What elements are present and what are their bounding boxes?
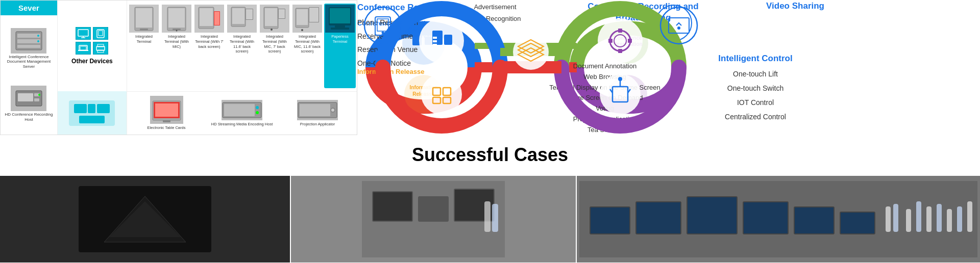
- web-browsing: Web Browsing: [546, 72, 664, 83]
- svg-rect-3: [17, 45, 40, 48]
- advertisement-text: Advertisement: [444, 1, 546, 13]
- svg-point-4: [37, 35, 39, 37]
- video-sharing-title: Video Sharing: [754, 1, 836, 11]
- successful-cases-title: Successful Cases: [412, 144, 568, 165]
- other-icons-grid: [76, 27, 108, 55]
- terminal-6-label: Integrated Terminal (With MIC, 11.6' bac…: [292, 34, 322, 54]
- svg-rect-65: [300, 104, 330, 116]
- image-block-3: [577, 176, 980, 262]
- svg-rect-106: [795, 207, 834, 233]
- svg-rect-50: [309, 8, 318, 22]
- svg-text:Information: Information: [410, 85, 438, 90]
- projection-label: Projection Applicator: [300, 122, 335, 127]
- svg-text:Reservation: Reservation: [613, 41, 642, 47]
- video-sharing-area: Video Sharing: [754, 1, 836, 11]
- svg-rect-1: [17, 34, 40, 38]
- svg-rect-116: [957, 206, 962, 232]
- svg-rect-48: [297, 9, 308, 25]
- terminal-4-img: [227, 5, 257, 33]
- voting: Voting: [546, 103, 664, 114]
- successful-cases-section: Successful Cases: [0, 135, 980, 172]
- devices-bottom-row: Electronic Table Cards HD Streaming Medi…: [127, 91, 357, 135]
- other-devices-top: Other Devices: [58, 1, 127, 91]
- doc-annotation: Document Annotation: [546, 61, 664, 72]
- large-screen: Large Screen on Demand: [546, 93, 664, 103]
- svg-point-62: [256, 106, 259, 109]
- svg-rect-110: [893, 204, 898, 232]
- server-label-2: HD Conference Recording Host: [3, 112, 55, 122]
- image-block-1: [0, 176, 291, 262]
- svg-rect-23: [74, 104, 87, 113]
- printer-icon: [93, 42, 108, 55]
- server-content: Intelligent Conference Document Manageme…: [1, 15, 57, 135]
- monitor-icon: [76, 27, 91, 40]
- svg-point-63: [256, 111, 259, 114]
- iot-control: IOT Control: [704, 95, 806, 110]
- svg-rect-109: [886, 206, 891, 232]
- server-img-2: [11, 86, 46, 111]
- table-cards-label: Electronic Table Cards: [148, 125, 186, 130]
- svg-point-67: [331, 109, 334, 112]
- server-header: Sever: [1, 1, 57, 15]
- table-cards: Electronic Table Cards: [129, 94, 204, 133]
- svg-point-33: [176, 30, 178, 31]
- image-block-2: [291, 176, 577, 262]
- page: Sever Intellig: [0, 0, 980, 263]
- svg-rect-104: [744, 202, 788, 233]
- streaming-host: HD Streaming Media Encoding Host: [205, 94, 279, 133]
- svg-rect-43: [265, 8, 277, 26]
- svg-rect-54: [335, 25, 345, 28]
- terminal-2-img: [162, 5, 191, 33]
- svg-point-51: [301, 29, 303, 31]
- svg-rect-37: [214, 12, 219, 25]
- svg-rect-31: [168, 8, 185, 28]
- svg-rect-117: [967, 201, 972, 232]
- svg-rect-35: [200, 8, 213, 26]
- conf-item-venue: Reservation Venue: [357, 43, 470, 57]
- streaming-host-img: [222, 100, 262, 120]
- svg-rect-28: [136, 8, 152, 28]
- conf-item-time: Reservation Time: [357, 30, 470, 43]
- svg-rect-115: [947, 209, 952, 232]
- svg-rect-102: [688, 197, 737, 233]
- other-devices-bg: [58, 91, 127, 135]
- conf-recording-area: Conference Recording and Broadcasting: [584, 1, 702, 23]
- svg-rect-26: [79, 116, 105, 123]
- svg-rect-59: [163, 120, 170, 122]
- terminal-3-label: Integrated Terminal (With 7' back screen…: [194, 34, 224, 49]
- tea-service: Tea Service: [546, 125, 664, 136]
- server-label-1: Intelligent Conference Document Manageme…: [3, 55, 55, 69]
- terminal-1-label: Integrated Terminal: [129, 34, 159, 44]
- svg-point-5: [37, 40, 39, 42]
- svg-rect-45: [279, 9, 285, 18]
- advertisement-area: Advertisement Face Recognition: [444, 1, 546, 25]
- svg-rect-90: [373, 192, 412, 221]
- svg-text:Conference: Conference: [614, 35, 642, 41]
- terminal-5-label: Integrated Terminal (With MIC, 7' back s…: [260, 34, 289, 54]
- intelligent-control-title: Intelligent Control: [704, 54, 806, 64]
- projection-img: [297, 100, 338, 120]
- svg-rect-9: [34, 98, 39, 101]
- svg-rect-7: [18, 93, 33, 101]
- svg-rect-55: [331, 28, 349, 30]
- svg-rect-25: [97, 104, 110, 113]
- centralized-control: Centralized Control: [704, 110, 806, 124]
- terminal-2: Integrated Terminal (With MIC): [161, 4, 192, 88]
- terminal-3-img: [194, 5, 224, 33]
- svg-rect-98: [591, 207, 629, 233]
- table-cards-img: [150, 96, 183, 124]
- conf-item-notice: One-Click Notice: [357, 57, 470, 70]
- terminal-6-img: [292, 5, 322, 33]
- projection-app: Projection Application: [546, 114, 664, 125]
- conf-recording-title: Conference Recording and Broadcasting: [584, 1, 702, 23]
- server-column: Sever Intellig: [1, 1, 58, 135]
- svg-rect-61: [224, 104, 255, 116]
- laptop-icon: [76, 42, 91, 55]
- server-img-1: [11, 28, 46, 54]
- svg-text:Releasse: Releasse: [412, 91, 435, 97]
- other-devices-label: Other Devices: [71, 58, 113, 65]
- terminal-4: Integrated Terminal (With 11.6' back scr…: [226, 4, 258, 88]
- svg-rect-113: [926, 206, 932, 232]
- server-device-2: HD Conference Recording Host: [3, 86, 55, 122]
- conf-reservation-right: Document Annotation Web Browsing Termina…: [546, 61, 664, 136]
